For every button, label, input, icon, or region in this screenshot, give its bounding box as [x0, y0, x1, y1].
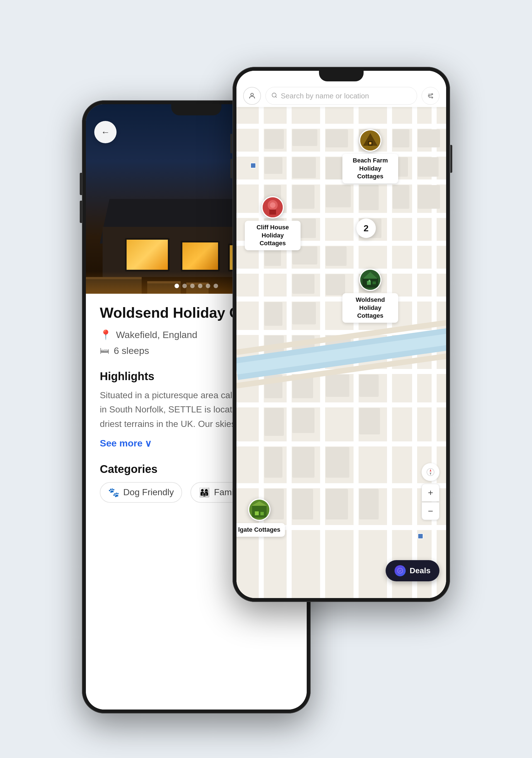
- volume-up-button[interactable]: [80, 173, 82, 195]
- road-h12: [236, 483, 446, 488]
- block-1: [264, 129, 284, 149]
- block-18: [292, 274, 314, 294]
- rblock-4: [418, 157, 439, 177]
- beach-farm-avatar: [359, 129, 381, 152]
- svg-line-2: [275, 96, 277, 97]
- compass-button[interactable]: [422, 463, 440, 481]
- svg-marker-29: [430, 469, 431, 472]
- block-32: [359, 408, 380, 434]
- block-34: [292, 447, 314, 478]
- svg-rect-16: [269, 210, 276, 215]
- map-phone: Search by name or location: [232, 67, 450, 602]
- search-icon: [271, 92, 277, 100]
- carousel-dot-6[interactable]: [214, 284, 218, 288]
- cliff-house-marker[interactable]: Cliff House Holiday Cottages: [245, 196, 301, 250]
- search-bar[interactable]: Search by name or location: [266, 87, 417, 105]
- location-icon: 📍: [100, 329, 112, 340]
- map-background: Beach Farm Holiday Cottages: [236, 107, 446, 598]
- volume-down-button[interactable]: [80, 201, 82, 223]
- road-h10: [236, 402, 446, 407]
- svg-point-31: [398, 568, 403, 573]
- plus-icon: +: [428, 488, 433, 498]
- number-badge[interactable]: 2: [356, 219, 376, 238]
- carousel-dots: [175, 284, 218, 288]
- road-h1: [236, 124, 446, 129]
- block-33: [264, 447, 282, 478]
- block-6: [292, 157, 316, 178]
- window-1: [125, 238, 169, 271]
- poi-2: [418, 534, 423, 539]
- zoom-out-button[interactable]: −: [422, 502, 440, 520]
- block-29: [359, 374, 379, 397]
- window-2: [181, 241, 220, 271]
- lollygate-avatar: [248, 499, 270, 521]
- svg-point-1: [272, 93, 276, 97]
- block-39: [359, 489, 379, 519]
- block-17: [326, 246, 347, 266]
- svg-rect-27: [261, 512, 264, 515]
- carousel-dot-4[interactable]: [198, 284, 202, 288]
- road-h3: [236, 180, 446, 185]
- poi-1: [250, 163, 256, 168]
- dog-friendly-label: Dog Friendly: [123, 487, 174, 498]
- svg-rect-22: [369, 280, 370, 282]
- dog-icon: 🐾: [108, 487, 119, 498]
- carousel-dot-2[interactable]: [182, 284, 187, 288]
- dog-friendly-tag[interactable]: 🐾 Dog Friendly: [100, 482, 182, 503]
- map-vol-up[interactable]: [230, 134, 232, 153]
- map-tiles[interactable]: Beach Farm Holiday Cottages: [236, 107, 446, 598]
- svg-rect-24: [252, 505, 266, 518]
- block-35: [326, 447, 349, 478]
- block-10: [326, 185, 351, 207]
- woldsend-label: Woldsend Holiday Cottages: [342, 293, 398, 323]
- sleeps-text: 6 sleeps: [114, 345, 149, 356]
- svg-rect-26: [255, 511, 259, 515]
- family-icon: 👨‍👩‍👧: [199, 487, 210, 498]
- deals-icon: [395, 565, 406, 576]
- lollygate-label: lgate Cottages: [236, 523, 285, 537]
- block-31: [292, 408, 314, 433]
- user-avatar[interactable]: [243, 87, 261, 105]
- woldsend-avatar: [359, 269, 381, 291]
- map-notch: [319, 71, 364, 81]
- lollygate-marker[interactable]: lgate Cottages: [236, 499, 285, 537]
- carousel-dot-3[interactable]: [190, 284, 195, 288]
- back-button[interactable]: ←: [94, 121, 117, 143]
- block-21: [264, 302, 282, 326]
- carousel-dot-1[interactable]: [175, 284, 179, 288]
- map-power[interactable]: [450, 145, 452, 173]
- search-placeholder: Search by name or location: [281, 92, 369, 100]
- block-5: [264, 157, 282, 174]
- road-h11: [236, 441, 446, 446]
- badge-number: 2: [364, 223, 369, 233]
- map-vol-dn[interactable]: [230, 159, 232, 178]
- block-2: [292, 129, 317, 146]
- block-22: [292, 302, 316, 325]
- notch: [171, 104, 221, 115]
- map-screen: Search by name or location: [236, 71, 446, 598]
- zoom-controls: + −: [422, 484, 440, 520]
- beach-farm-label: Beach Farm Holiday Cottages: [342, 154, 398, 183]
- block-38: [326, 489, 348, 519]
- map-screen-container: Search by name or location: [236, 71, 446, 598]
- block-28: [326, 374, 349, 397]
- beach-farm-marker[interactable]: Beach Farm Holiday Cottages: [342, 129, 398, 183]
- svg-point-0: [251, 93, 253, 96]
- svg-rect-12: [369, 142, 372, 144]
- rblock-6: [418, 185, 440, 209]
- chevron-down-icon: ∨: [145, 438, 152, 449]
- svg-marker-30: [430, 472, 431, 475]
- block-37: [292, 489, 313, 519]
- svg-rect-21: [372, 282, 376, 284]
- minus-icon: −: [428, 506, 433, 516]
- rblock-5: [393, 185, 409, 209]
- filter-button[interactable]: [422, 87, 440, 105]
- zoom-in-button[interactable]: +: [422, 484, 440, 501]
- svg-point-8: [432, 97, 433, 98]
- location-text: Wakefield, England: [116, 329, 197, 340]
- scene: ← Woldsend Holiday Cottages: [71, 45, 461, 713]
- deals-button[interactable]: Deals: [386, 560, 440, 581]
- woldsend-marker[interactable]: Woldsend Holiday Cottages: [342, 269, 398, 323]
- deals-label: Deals: [409, 566, 431, 575]
- carousel-dot-5[interactable]: [206, 284, 210, 288]
